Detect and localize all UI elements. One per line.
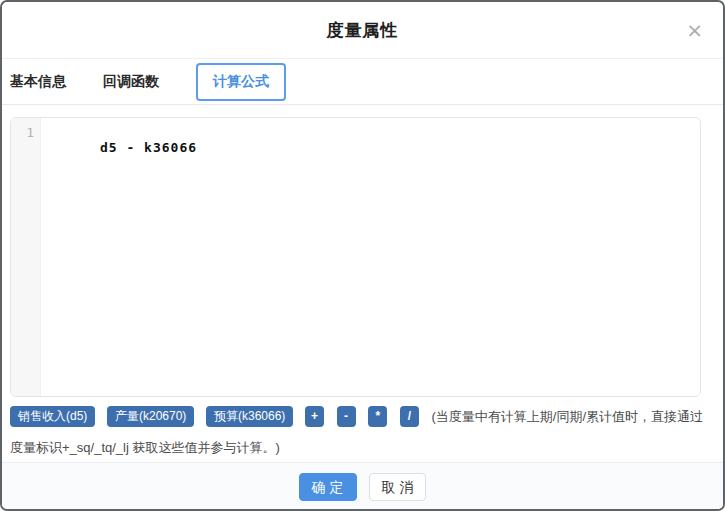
dialog-header: 度量属性 ×: [2, 2, 723, 59]
operator-minus-button[interactable]: -: [337, 406, 356, 427]
variable-chip-output[interactable]: 产量(k20670): [107, 406, 194, 427]
operator-plus-button[interactable]: +: [305, 406, 324, 427]
variable-chip-sales-revenue[interactable]: 销售收入(d5): [10, 406, 95, 427]
variable-chip-budget[interactable]: 预算(k36066): [206, 406, 293, 427]
editor-line-gutter: 1: [11, 118, 41, 396]
tab-bar: 基本信息 回调函数 计算公式: [2, 59, 723, 105]
confirm-button[interactable]: 确 定: [299, 473, 357, 501]
operator-multiply-button[interactable]: *: [368, 406, 387, 427]
dialog-footer: 确 定 取 消: [2, 462, 723, 511]
cancel-button[interactable]: 取 消: [369, 473, 427, 501]
tab-basic-info[interactable]: 基本信息: [10, 73, 66, 91]
close-icon[interactable]: ×: [686, 20, 703, 40]
tab-callback-function[interactable]: 回调函数: [103, 73, 159, 91]
measure-properties-dialog: 度量属性 × 基本信息 回调函数 计算公式 1 d5 - k36066 销售收入…: [0, 0, 725, 511]
tab-calculation-formula[interactable]: 计算公式: [196, 63, 286, 101]
formula-editor[interactable]: 1 d5 - k36066: [10, 117, 701, 397]
formula-helper-row: 销售收入(d5) 产量(k20670) 预算(k36066) + - * / (…: [2, 397, 723, 462]
dialog-title: 度量属性: [327, 19, 399, 42]
editor-code-area[interactable]: d5 - k36066: [41, 118, 700, 396]
formula-text: d5 - k36066: [100, 140, 197, 155]
operator-divide-button[interactable]: /: [400, 406, 419, 427]
line-number: 1: [11, 125, 34, 140]
